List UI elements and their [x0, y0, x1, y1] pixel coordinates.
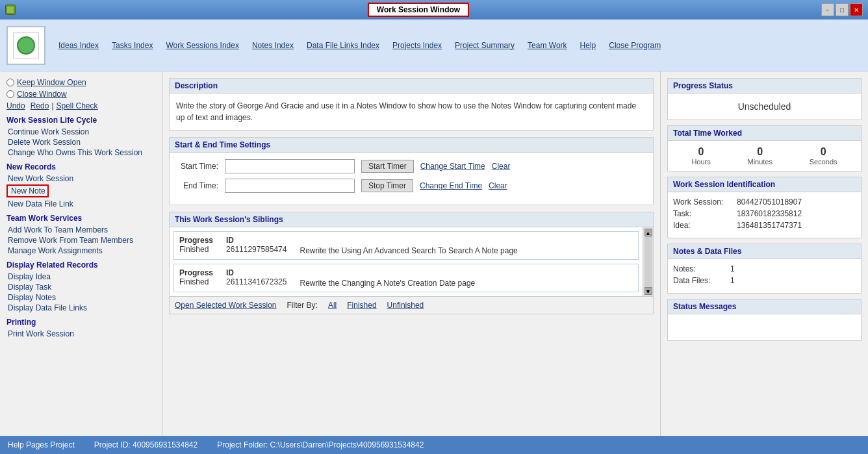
hours-value: 0: [698, 146, 704, 158]
task-id-key: Task:: [673, 209, 732, 218]
end-time-input[interactable]: [225, 179, 355, 193]
siblings-content-area: Progress Finished ID 26111297585474 Rewr: [170, 227, 653, 296]
status-project-folder: Project Folder: C:\Users\Darren\Projects…: [217, 440, 424, 449]
sibling-id-value-1: 26111297585474: [226, 245, 287, 254]
close-window-radio[interactable]: [6, 90, 14, 98]
sibling-desc-value-1: Rewrite the Using An Advanced Search To …: [300, 246, 517, 255]
scroll-up-button[interactable]: ▲: [645, 229, 652, 236]
minutes-value: 0: [757, 146, 763, 158]
manage-work-assignments-link[interactable]: Manage Work Assignments: [6, 246, 155, 255]
start-clear-link[interactable]: Clear: [492, 162, 511, 171]
keep-window-open-option: Keep Window Open: [6, 78, 155, 87]
menu-close-program[interactable]: Close Program: [609, 41, 661, 50]
minimize-button[interactable]: −: [821, 3, 834, 16]
notes-value: 1: [730, 264, 735, 273]
undo-link[interactable]: Undo: [6, 101, 25, 110]
start-timer-button[interactable]: Start Timer: [361, 160, 414, 173]
title-bar-left: [5, 5, 16, 15]
status-project-id: Project ID: 400956931534842: [94, 440, 198, 449]
total-time-worked-section: Total Time Worked 0 Hours 0 Minutes 0: [667, 125, 862, 171]
data-files-row: Data Files: 1: [673, 276, 856, 285]
display-task-link[interactable]: Display Task: [6, 283, 155, 292]
title-bar-controls: − □ ✕: [821, 3, 863, 16]
menu-ideas-index[interactable]: Ideas Index: [58, 41, 99, 50]
status-messages-section: Status Messages: [667, 299, 862, 341]
scroll-down-button[interactable]: ▼: [645, 287, 652, 295]
delete-work-session-link[interactable]: Delete Work Session: [6, 138, 155, 147]
sibling-item-2[interactable]: Progress Finished ID 26111341672325 Rewr: [173, 264, 639, 292]
open-selected-work-session-link[interactable]: Open Selected Work Session: [175, 301, 277, 310]
end-clear-link[interactable]: Clear: [489, 181, 507, 190]
end-time-row: End Time: Stop Timer Change End Time Cle…: [176, 179, 646, 193]
stop-timer-button[interactable]: Stop Timer: [361, 179, 413, 192]
start-time-label: Start Time:: [176, 162, 218, 171]
new-work-session-link[interactable]: New Work Session: [6, 174, 155, 183]
seconds-value: 0: [821, 146, 826, 158]
continue-work-session-link[interactable]: Continue Work Session: [6, 127, 155, 136]
siblings-scroll-area[interactable]: Progress Finished ID 26111297585474 Rewr: [170, 227, 643, 296]
idea-id-row: Idea: 136481351747371: [673, 221, 856, 230]
redo-link[interactable]: Redo: [31, 101, 49, 110]
remove-work-from-team-link[interactable]: Remove Work From Team Members: [6, 236, 155, 245]
filter-unfinished-link[interactable]: Unfinished: [387, 301, 424, 310]
spell-check-link[interactable]: Spell Check: [57, 101, 98, 110]
sibling-id-header-2: ID: [226, 268, 287, 277]
minutes-item: 0 Minutes: [747, 146, 772, 166]
filter-all-link[interactable]: All: [328, 301, 337, 310]
status-messages-header: Status Messages: [668, 299, 861, 314]
sibling-item-1[interactable]: Progress Finished ID 26111297585474 Rewr: [173, 231, 639, 260]
status-project: Help Pages Project: [8, 440, 75, 449]
change-end-time-link[interactable]: Change End Time: [420, 181, 482, 190]
description-section: Description Write the story of George An…: [169, 78, 654, 131]
display-idea-link[interactable]: Display Idea: [6, 272, 155, 281]
add-work-to-team-link[interactable]: Add Work To Team Members: [6, 225, 155, 234]
display-data-file-links-link[interactable]: Display Data File Links: [6, 303, 155, 312]
task-id-row: Task: 183760182335812: [673, 209, 856, 218]
close-window-label[interactable]: Close Window: [17, 90, 67, 99]
restore-button[interactable]: □: [836, 3, 849, 16]
menu-work-sessions-index[interactable]: Work Sessions Index: [166, 41, 239, 50]
data-files-key: Data Files:: [673, 276, 725, 285]
display-notes-link[interactable]: Display Notes: [6, 293, 155, 302]
minutes-label: Minutes: [747, 158, 772, 166]
description-text: Write the story of George And Gracie and…: [176, 100, 646, 123]
menu-projects-index[interactable]: Projects Index: [392, 41, 442, 50]
hours-label: Hours: [691, 158, 710, 166]
siblings-footer: Open Selected Work Session Filter By: Al…: [170, 296, 653, 314]
close-button[interactable]: ✕: [850, 3, 863, 16]
work-session-id-value: 804427051018907: [737, 197, 802, 207]
change-start-time-link[interactable]: Change Start Time: [420, 162, 485, 171]
change-who-owns-link[interactable]: Change Who Owns This Work Session: [6, 148, 155, 157]
idea-id-key: Idea:: [673, 221, 732, 230]
start-time-input[interactable]: [225, 159, 355, 173]
filter-finished-link[interactable]: Finished: [347, 301, 376, 310]
menu-team-work[interactable]: Team Work: [528, 41, 567, 50]
menu-notes-index[interactable]: Notes Index: [252, 41, 294, 50]
sibling-id-header-1: ID: [226, 236, 287, 245]
close-window-option: Close Window: [6, 90, 155, 99]
keep-window-open-radio[interactable]: [6, 79, 14, 86]
menu-tasks-index[interactable]: Tasks Index: [112, 41, 153, 50]
data-files-value: 1: [730, 276, 735, 285]
sibling-progress-header-2: Progress: [179, 268, 213, 277]
time-worked-grid: 0 Hours 0 Minutes 0 Seconds: [673, 146, 856, 166]
description-body: Write the story of George And Gracie and…: [170, 94, 653, 130]
menu-bar: Ideas Index Tasks Index Work Sessions In…: [0, 19, 868, 71]
keep-window-open-label[interactable]: Keep Window Open: [17, 78, 86, 87]
logo-circle: [17, 36, 35, 55]
logo-inner: [13, 32, 39, 58]
idea-id-value: 136481351747371: [737, 221, 802, 230]
sibling-desc-col-2: Rewrite the Changing A Note's Creation D…: [300, 268, 475, 288]
sibling-progress-value-2: Finished: [179, 277, 213, 286]
new-data-file-link-link[interactable]: New Data File Link: [6, 199, 155, 208]
menu-data-file-links-index[interactable]: Data File Links Index: [307, 41, 379, 50]
menu-project-summary[interactable]: Project Summary: [455, 41, 515, 50]
menu-help[interactable]: Help: [580, 41, 596, 50]
print-work-session-link[interactable]: Print Work Session: [6, 329, 155, 338]
sibling-cols-2: Progress Finished ID 26111341672325 Rewr: [179, 268, 633, 288]
progress-status-section: Progress Status Unscheduled: [667, 78, 862, 120]
main-window: Work Session Window − □ ✕ Ideas Index Ta…: [0, 0, 868, 454]
scrollbar[interactable]: ▲ ▼: [643, 227, 653, 296]
seconds-item: 0 Seconds: [810, 146, 837, 166]
new-note-link[interactable]: New Note: [10, 186, 45, 195]
